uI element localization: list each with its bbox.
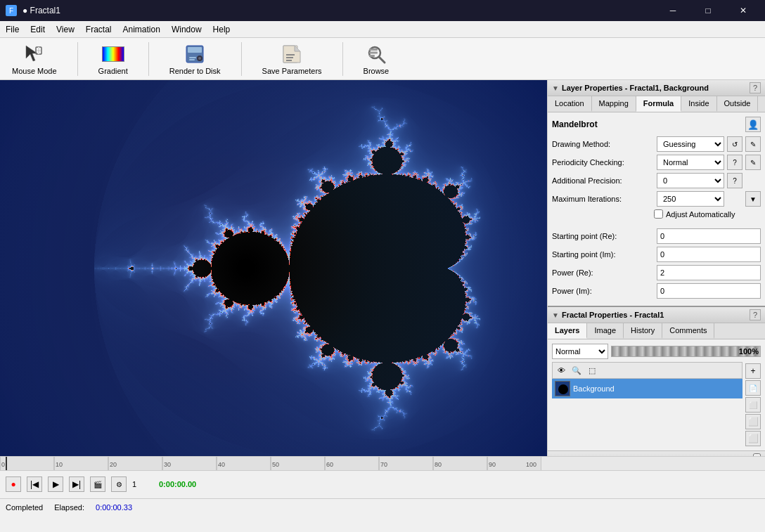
layer-copy-button[interactable]: ⬜	[745, 397, 761, 413]
timeline-start-button[interactable]: |◀	[27, 476, 42, 492]
layer-lock-button[interactable]: 🔍	[570, 363, 584, 377]
max-iterations-expand-button[interactable]: ▼	[745, 191, 761, 207]
layer-up-button[interactable]: ⬜	[745, 414, 761, 429]
starting-point-im-input[interactable]	[657, 247, 761, 262]
adjust-automatically-row: Adjust Automatically	[654, 209, 761, 219]
power-im-input[interactable]	[657, 283, 761, 299]
adjust-automatically-checkbox[interactable]	[654, 209, 663, 219]
adjust-automatically-label[interactable]: Adjust Automatically	[666, 210, 735, 219]
periodicity-help-button[interactable]: ?	[727, 155, 742, 170]
tab-mapping[interactable]: Mapping	[592, 96, 636, 112]
tab-comments[interactable]: Comments	[662, 323, 714, 339]
timeline-frame-label: 1	[132, 480, 153, 488]
canvas-area[interactable]	[0, 80, 547, 456]
additional-precision-select[interactable]: 0	[657, 173, 724, 188]
periodicity-checking-row: Periodicity Checking: Normal ? ✎	[552, 155, 761, 170]
timeline-position-indicator	[6, 457, 7, 471]
drawing-method-edit-button[interactable]: ✎	[745, 136, 761, 152]
svg-point-7	[198, 57, 201, 60]
render-to-disk-button[interactable]: Render to Disk	[163, 39, 227, 79]
power-re-input[interactable]	[657, 265, 761, 280]
close-button[interactable]: ✕	[727, 0, 759, 21]
drawing-method-refresh-button[interactable]: ↺	[727, 136, 742, 152]
layer-delete-button[interactable]: 📄	[745, 380, 761, 396]
svg-text:20: 20	[110, 461, 117, 468]
toolbar-separator-4	[342, 42, 343, 76]
layer-link-button[interactable]: ⬚	[585, 363, 599, 377]
tab-layers[interactable]: Layers	[548, 323, 587, 339]
fractal-canvas[interactable]	[0, 80, 547, 456]
layer-props-collapse-icon[interactable]: ▼	[552, 84, 559, 92]
menu-fractal[interactable]: Fractal	[80, 21, 117, 37]
tab-formula[interactable]: Formula	[636, 96, 681, 112]
save-parameters-label: Save Parameters	[262, 67, 322, 75]
tab-outside[interactable]: Outside	[717, 96, 759, 112]
svg-text:0: 0	[1, 461, 5, 468]
svg-text:60: 60	[326, 461, 333, 468]
layer-visibility-button[interactable]: 👁	[554, 363, 568, 377]
browse-button[interactable]: Browse	[357, 39, 396, 79]
timeline-export-button[interactable]: 🎬	[90, 476, 105, 492]
blend-mode-select[interactable]: Normal	[552, 344, 608, 359]
max-iterations-select[interactable]: 250	[657, 191, 724, 207]
drawing-method-row: Drawing Method: Guessing ↺ ✎	[552, 136, 761, 152]
fractal-properties-help-button[interactable]: ?	[750, 309, 761, 320]
drawing-method-label: Drawing Method:	[552, 140, 654, 148]
menu-bar: File Edit View Fractal Animation Window …	[0, 21, 765, 38]
timeline-end-button[interactable]: ▶|	[69, 476, 84, 492]
browse-label: Browse	[364, 67, 390, 75]
periodicity-edit-button[interactable]: ✎	[745, 155, 761, 170]
starting-point-re-input[interactable]	[657, 228, 761, 244]
tab-inside[interactable]: Inside	[681, 96, 716, 112]
layers-side-panel: 👁 🔍 ⬚ Bac	[552, 362, 761, 446]
power-re-row: Power (Re):	[552, 265, 761, 280]
timeline-record-button[interactable]: ●	[6, 476, 21, 492]
layer-down-button[interactable]: ⬜	[745, 431, 761, 446]
fractal-mode-collapse-icon[interactable]: ▼	[552, 456, 560, 457]
timeline-settings-button[interactable]: ⚙	[111, 476, 127, 492]
layer-properties-help-button[interactable]: ?	[750, 82, 761, 93]
svg-rect-8	[189, 57, 196, 58]
menu-window[interactable]: Window	[166, 21, 207, 37]
fractal-mode-help-button[interactable]: ?	[753, 453, 761, 456]
window-controls: ─ □ ✕	[657, 0, 759, 21]
layer-name: Background	[573, 384, 740, 393]
svg-rect-11	[286, 54, 295, 56]
drawing-method-select[interactable]: Guessing	[657, 136, 724, 152]
menu-edit[interactable]: Edit	[25, 21, 51, 37]
fractal-mode-bar: ▼ Fractal Mode - Fractal1 ?	[548, 450, 765, 456]
periodicity-checking-select[interactable]: Normal	[657, 155, 724, 170]
toolbar: Mouse Mode Gradient Render to Disk	[0, 38, 765, 80]
tab-location[interactable]: Location	[548, 96, 592, 112]
gradient-button[interactable]: Gradient	[92, 39, 134, 79]
minimize-button[interactable]: ─	[657, 0, 689, 21]
toolbar-separator-2	[148, 42, 149, 76]
starting-point-im-label: Starting point (Im):	[552, 250, 654, 259]
timeline-play-button[interactable]: ▶	[48, 476, 63, 492]
status-message: Completed	[6, 503, 43, 512]
starting-point-im-row: Starting point (Im):	[552, 247, 761, 262]
menu-view[interactable]: View	[51, 21, 80, 37]
svg-text:100: 100	[526, 461, 536, 468]
tab-history[interactable]: History	[624, 323, 662, 339]
formula-name: Mandelbrot	[552, 119, 598, 129]
formula-person-button[interactable]: 👤	[745, 117, 761, 132]
save-parameters-button[interactable]: Save Parameters	[256, 39, 328, 79]
timeline-time: 0:00:00.00	[159, 480, 196, 488]
formula-content: Mandelbrot 👤 Drawing Method: Guessing ↺ …	[548, 112, 765, 306]
mouse-mode-button[interactable]: Mouse Mode	[6, 39, 63, 79]
tab-image[interactable]: Image	[587, 323, 624, 339]
menu-help[interactable]: Help	[207, 21, 236, 37]
fractal-props-collapse-icon[interactable]: ▼	[552, 311, 559, 319]
maximize-button[interactable]: □	[692, 0, 724, 21]
menu-animation[interactable]: Animation	[117, 21, 166, 37]
gradient-label: Gradient	[98, 67, 128, 75]
layer-add-button[interactable]: +	[745, 363, 761, 379]
svg-rect-13	[286, 60, 292, 61]
menu-file[interactable]: File	[0, 21, 25, 37]
svg-rect-12	[286, 57, 293, 58]
layer-row-background[interactable]: Background	[552, 379, 742, 398]
svg-rect-18	[369, 51, 378, 53]
additional-precision-help-button[interactable]: ?	[727, 173, 742, 188]
svg-text:30: 30	[164, 461, 171, 468]
